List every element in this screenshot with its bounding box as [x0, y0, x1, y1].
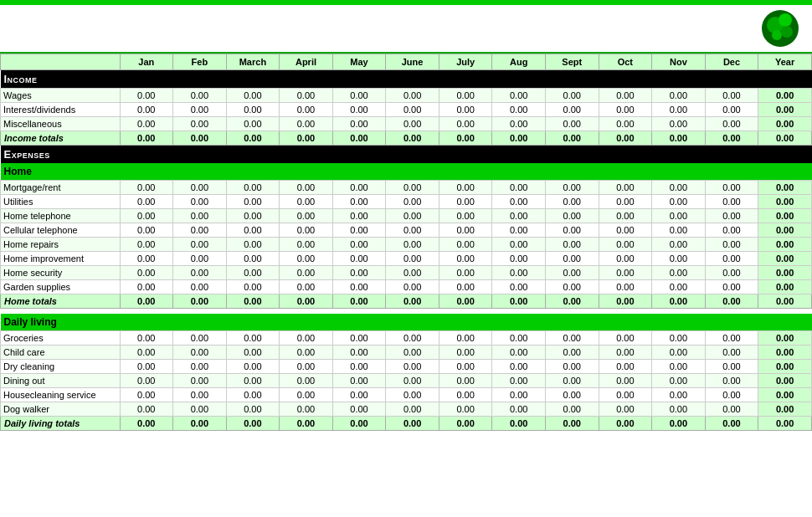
value-cell[interactable]: 0.00 [546, 209, 599, 223]
value-cell[interactable]: 0.00 [386, 387, 439, 402]
value-cell[interactable]: 0.00 [546, 252, 599, 266]
year-cell[interactable]: 0.00 [758, 266, 812, 280]
value-cell[interactable]: 0.00 [386, 252, 439, 266]
value-cell[interactable]: 0.00 [546, 373, 599, 387]
value-cell[interactable]: 0.00 [492, 223, 546, 238]
value-cell[interactable]: 0.00 [120, 252, 173, 266]
value-cell[interactable]: 0.00 [652, 373, 706, 387]
year-cell[interactable]: 0.00 [758, 252, 812, 266]
value-cell[interactable]: 0.00 [439, 238, 492, 252]
value-cell[interactable]: 0.00 [332, 387, 386, 402]
value-cell[interactable]: 0.00 [280, 252, 333, 266]
value-cell[interactable]: 0.00 [546, 266, 599, 280]
value-cell[interactable]: 0.00 [173, 373, 227, 387]
value-cell[interactable]: 0.00 [492, 181, 546, 195]
year-cell[interactable]: 0.00 [758, 223, 812, 238]
value-cell[interactable]: 0.00 [492, 373, 546, 387]
value-cell[interactable]: 0.00 [280, 238, 333, 252]
value-cell[interactable]: 0.00 [546, 223, 599, 238]
value-cell[interactable]: 0.00 [332, 223, 386, 238]
value-cell[interactable]: 0.00 [652, 330, 706, 345]
value-cell[interactable]: 0.00 [332, 345, 386, 359]
value-cell[interactable]: 0.00 [386, 181, 439, 195]
value-cell[interactable]: 0.00 [386, 223, 439, 238]
value-cell[interactable]: 0.00 [332, 330, 386, 345]
value-cell[interactable]: 0.00 [226, 181, 280, 195]
value-cell[interactable]: 0.00 [226, 238, 280, 252]
value-cell[interactable]: 0.00 [226, 223, 280, 238]
value-cell[interactable]: 0.00 [173, 209, 227, 223]
value-cell[interactable]: 0.00 [173, 252, 227, 266]
year-cell[interactable]: 0.00 [758, 330, 812, 345]
value-cell[interactable]: 0.00 [173, 345, 227, 359]
value-cell[interactable]: 0.00 [652, 252, 706, 266]
value-cell[interactable]: 0.00 [492, 359, 546, 373]
value-cell[interactable]: 0.00 [173, 103, 227, 117]
value-cell[interactable]: 0.00 [599, 181, 652, 195]
value-cell[interactable]: 0.00 [599, 209, 652, 223]
value-cell[interactable]: 0.00 [386, 359, 439, 373]
value-cell[interactable]: 0.00 [173, 402, 227, 416]
value-cell[interactable]: 0.00 [280, 330, 333, 345]
value-cell[interactable]: 0.00 [599, 387, 652, 402]
value-cell[interactable]: 0.00 [652, 238, 706, 252]
value-cell[interactable]: 0.00 [280, 89, 333, 103]
value-cell[interactable]: 0.00 [280, 181, 333, 195]
value-cell[interactable]: 0.00 [599, 252, 652, 266]
value-cell[interactable]: 0.00 [173, 117, 227, 131]
value-cell[interactable]: 0.00 [226, 359, 280, 373]
value-cell[interactable]: 0.00 [173, 181, 227, 195]
value-cell[interactable]: 0.00 [120, 89, 173, 103]
value-cell[interactable]: 0.00 [120, 103, 173, 117]
value-cell[interactable]: 0.00 [386, 89, 439, 103]
value-cell[interactable]: 0.00 [492, 387, 546, 402]
value-cell[interactable]: 0.00 [492, 209, 546, 223]
value-cell[interactable]: 0.00 [439, 359, 492, 373]
year-cell[interactable]: 0.00 [758, 195, 812, 209]
value-cell[interactable]: 0.00 [226, 103, 280, 117]
value-cell[interactable]: 0.00 [705, 117, 758, 131]
value-cell[interactable]: 0.00 [705, 280, 758, 294]
value-cell[interactable]: 0.00 [705, 373, 758, 387]
value-cell[interactable]: 0.00 [599, 359, 652, 373]
value-cell[interactable]: 0.00 [439, 280, 492, 294]
value-cell[interactable]: 0.00 [546, 359, 599, 373]
value-cell[interactable]: 0.00 [226, 252, 280, 266]
value-cell[interactable]: 0.00 [173, 330, 227, 345]
year-cell[interactable]: 0.00 [758, 103, 812, 117]
year-cell[interactable]: 0.00 [758, 373, 812, 387]
value-cell[interactable]: 0.00 [226, 89, 280, 103]
value-cell[interactable]: 0.00 [439, 373, 492, 387]
value-cell[interactable]: 0.00 [120, 330, 173, 345]
value-cell[interactable]: 0.00 [226, 195, 280, 209]
value-cell[interactable]: 0.00 [652, 223, 706, 238]
value-cell[interactable]: 0.00 [599, 345, 652, 359]
value-cell[interactable]: 0.00 [546, 280, 599, 294]
value-cell[interactable]: 0.00 [386, 195, 439, 209]
value-cell[interactable]: 0.00 [439, 117, 492, 131]
value-cell[interactable]: 0.00 [226, 387, 280, 402]
value-cell[interactable]: 0.00 [705, 266, 758, 280]
value-cell[interactable]: 0.00 [386, 373, 439, 387]
value-cell[interactable]: 0.00 [599, 266, 652, 280]
value-cell[interactable]: 0.00 [120, 117, 173, 131]
value-cell[interactable]: 0.00 [386, 280, 439, 294]
year-cell[interactable]: 0.00 [758, 280, 812, 294]
value-cell[interactable]: 0.00 [439, 252, 492, 266]
value-cell[interactable]: 0.00 [120, 359, 173, 373]
value-cell[interactable]: 0.00 [492, 266, 546, 280]
value-cell[interactable]: 0.00 [599, 373, 652, 387]
value-cell[interactable]: 0.00 [652, 181, 706, 195]
value-cell[interactable]: 0.00 [120, 195, 173, 209]
value-cell[interactable]: 0.00 [226, 330, 280, 345]
value-cell[interactable]: 0.00 [599, 89, 652, 103]
value-cell[interactable]: 0.00 [705, 330, 758, 345]
value-cell[interactable]: 0.00 [439, 266, 492, 280]
value-cell[interactable]: 0.00 [492, 252, 546, 266]
value-cell[interactable]: 0.00 [120, 345, 173, 359]
value-cell[interactable]: 0.00 [120, 280, 173, 294]
value-cell[interactable]: 0.00 [599, 103, 652, 117]
year-cell[interactable]: 0.00 [758, 402, 812, 416]
value-cell[interactable]: 0.00 [332, 103, 386, 117]
value-cell[interactable]: 0.00 [705, 181, 758, 195]
